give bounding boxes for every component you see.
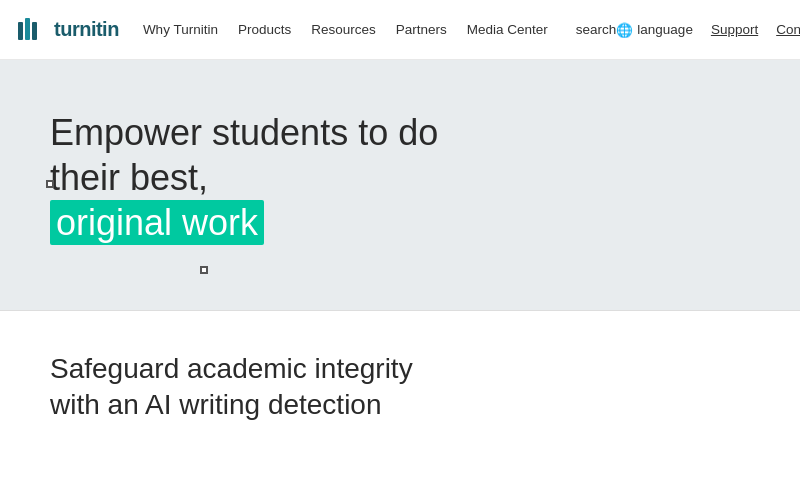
logo-link[interactable]: turnitin [16,14,119,46]
hero-headline: Empower students to do their best, origi… [50,110,470,245]
hero-section: Empower students to do their best, origi… [0,60,800,310]
nav-contact-sales[interactable]: Contact Sales [776,22,800,37]
content-section: Safeguard academic integrity with an AI … [0,311,800,464]
content-headline: Safeguard academic integrity with an AI … [50,351,430,424]
svg-rect-2 [32,22,37,40]
svg-rect-0 [18,22,23,40]
nav-item-why-turnitin[interactable]: Why Turnitin [143,22,218,37]
search-button[interactable]: search [576,22,617,37]
nav-support[interactable]: Support [711,22,758,37]
language-selector[interactable]: 🌐 language [616,22,693,38]
navbar: turnitin Why Turnitin Products Resources… [0,0,800,60]
nav-links: Why Turnitin Products Resources Partners… [143,22,616,37]
logo-text: turnitin [54,18,119,41]
nav-right: 🌐 language Support Contact Sales Log In [616,22,800,38]
nav-item-media-center[interactable]: Media Center [467,22,548,37]
logo-icon [16,14,48,46]
resize-handle-left[interactable] [46,180,54,188]
svg-rect-1 [25,18,30,40]
nav-item-products[interactable]: Products [238,22,291,37]
nav-item-resources[interactable]: Resources [311,22,376,37]
nav-item-partners[interactable]: Partners [396,22,447,37]
resize-handle-bottom[interactable] [200,266,208,274]
language-label: language [637,22,693,37]
hero-headline-text: Empower students to do their best, [50,112,438,198]
globe-icon: 🌐 [616,22,633,38]
hero-headline-highlight: original work [50,200,264,245]
